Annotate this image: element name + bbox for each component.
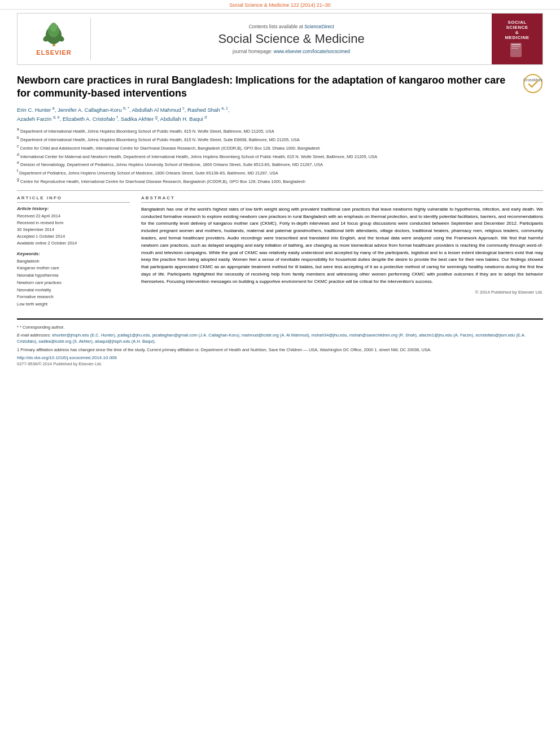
elsevier-logo-section: ELSEVIER bbox=[18, 18, 91, 60]
sciencedirect-link[interactable]: ScienceDirect bbox=[304, 24, 334, 29]
abstract-text: Bangladesh has one of the world's highes… bbox=[141, 206, 543, 286]
svg-rect-8 bbox=[511, 46, 520, 47]
revised-text: Received in revised form30 September 201… bbox=[17, 220, 130, 233]
journal-header: ELSEVIER Contents lists available at Sci… bbox=[17, 13, 543, 65]
online-date: Available online 2 October 2014 bbox=[17, 240, 130, 247]
email-links[interactable]: ehunter@jhsph.edu (E.C. Hunter), jcallag… bbox=[17, 333, 526, 344]
homepage-link[interactable]: www.elsevier.com/locate/socscimed bbox=[274, 49, 350, 54]
ssm-badge: SOCIAL SCIENCE & MEDICINE bbox=[492, 14, 542, 64]
keyword-lowbirth: Low birth weight bbox=[17, 301, 130, 308]
journal-title: Social Science & Medicine bbox=[102, 32, 480, 46]
received-date: Received 22 April 2014 bbox=[17, 213, 130, 220]
corresponding-author-note: * * Corresponding author. bbox=[17, 324, 543, 330]
crossmark-badge[interactable]: CrossMark bbox=[523, 74, 543, 94]
article-title: Newborn care practices in rural Banglade… bbox=[17, 74, 518, 101]
contents-line: Contents lists available at ScienceDirec… bbox=[102, 24, 480, 29]
authors-line: Erin C. Hunter a, Jennifer A. Callaghan-… bbox=[17, 105, 543, 124]
affiliation-a: a Department of International Health, Jo… bbox=[17, 126, 543, 134]
affiliation-f: f Department of Pediatrics, Johns Hopkin… bbox=[17, 168, 543, 176]
affiliation-g: g Centre for Reproductive Health, Intern… bbox=[17, 177, 543, 185]
keywords-section: Keywords: Bangladesh Kangaroo mother car… bbox=[17, 251, 130, 308]
affiliation-d: d International Center for Maternal and … bbox=[17, 152, 543, 160]
history-label: Article history: bbox=[17, 206, 130, 211]
article-title-section: Newborn care practices in rural Banglade… bbox=[17, 74, 543, 101]
copyright-notice: © 2014 Published by Elsevier Ltd. bbox=[141, 290, 543, 295]
accepted-date: Accepted 1 October 2014 bbox=[17, 233, 130, 240]
section-divider bbox=[17, 190, 543, 191]
abstract-heading: ABSTRACT bbox=[141, 195, 543, 203]
elsevier-tree-icon bbox=[38, 23, 69, 48]
main-content: Newborn care practices in rural Banglade… bbox=[0, 68, 560, 314]
keyword-hypothermia: Neonatal hypothermia bbox=[17, 272, 130, 279]
bottom-divider bbox=[17, 318, 543, 320]
article-body-columns: ARTICLE INFO Article history: Received 2… bbox=[17, 195, 543, 308]
svg-rect-9 bbox=[511, 48, 518, 49]
article-info-heading: ARTICLE INFO bbox=[17, 195, 130, 203]
affiliation-b: b Department of International Health, Jo… bbox=[17, 135, 543, 143]
journal-title-section: Contents lists available at ScienceDirec… bbox=[91, 19, 492, 59]
abstract-column: ABSTRACT Bangladesh has one of the world… bbox=[141, 195, 543, 308]
elsevier-logo: ELSEVIER bbox=[36, 23, 71, 56]
affiliation-e: e Division of Neonatology, Department of… bbox=[17, 160, 543, 168]
keyword-newborn: Newborn care practices bbox=[17, 279, 130, 287]
journal-citation: Social Science & Medicine 122 (2014) 21–… bbox=[0, 0, 560, 10]
keyword-bangladesh: Bangladesh bbox=[17, 258, 130, 265]
email-footnote: E-mail addresses: ehunter@jhsph.edu (E.C… bbox=[17, 332, 543, 345]
keywords-label: Keywords: bbox=[17, 251, 130, 256]
svg-text:CrossMark: CrossMark bbox=[523, 78, 542, 82]
affiliation-note: 1 Primary affiliation address has change… bbox=[17, 347, 543, 353]
svg-rect-7 bbox=[511, 44, 520, 45]
svg-point-3 bbox=[50, 23, 57, 32]
affiliation-c: c Centre for Child and Adolescent Health… bbox=[17, 143, 543, 151]
footnotes-section: * * Corresponding author. E-mail address… bbox=[0, 324, 560, 353]
ssm-magazine-icon bbox=[509, 42, 526, 59]
doi-link[interactable]: http://dx.doi.org/10.1016/j.socscimed.20… bbox=[0, 355, 560, 360]
keyword-formative: Formative research bbox=[17, 294, 130, 301]
svg-point-10 bbox=[524, 75, 542, 93]
article-info-column: ARTICLE INFO Article history: Received 2… bbox=[17, 195, 130, 308]
elsevier-label: ELSEVIER bbox=[36, 49, 71, 56]
affiliations: a Department of International Health, Jo… bbox=[17, 126, 543, 184]
keyword-mortality: Neonatal mortality bbox=[17, 287, 130, 294]
keyword-kmc: Kangaroo mother care bbox=[17, 265, 130, 272]
journal-homepage: journal homepage: www.elsevier.com/locat… bbox=[102, 49, 480, 54]
issn-line: 0277-9536/© 2014 Published by Elsevier L… bbox=[0, 360, 560, 368]
